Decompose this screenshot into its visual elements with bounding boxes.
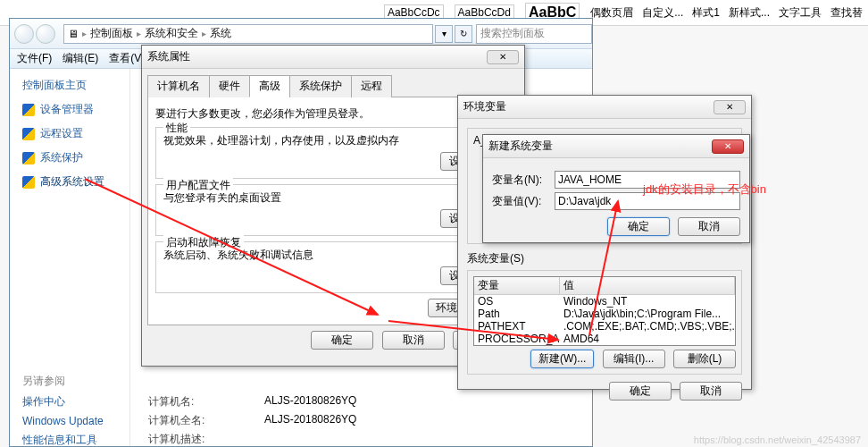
var-value-label: 变量值(V): [492, 194, 555, 209]
shield-icon [22, 104, 35, 116]
delete-var-button[interactable]: 删除(L) [673, 350, 736, 368]
chevron-right-icon: ▸ [82, 29, 87, 38]
tab-hardware[interactable]: 硬件 [209, 75, 250, 97]
refresh-icon[interactable]: ↻ [455, 25, 472, 43]
table-row[interactable]: PATHEXT.COM;.EXE;.BAT;.CMD;.VBS;.VBE;... [474, 320, 735, 333]
search-input[interactable]: 搜索控制面板 [476, 24, 592, 44]
sidebar-remote[interactable]: 远程设置 [22, 126, 129, 141]
crumb-system-security[interactable]: 系统和安全 [145, 26, 198, 41]
chevron-right-icon: ▸ [137, 29, 141, 38]
close-icon[interactable]: ✕ [712, 139, 744, 154]
dialog-title: 系统属性 [147, 49, 190, 64]
ribbon-texttool[interactable]: 文字工具 [779, 5, 822, 21]
menu-view[interactable]: 查看(V) [109, 51, 145, 66]
cancel-button[interactable]: 取消 [382, 331, 445, 350]
chevron-right-icon: ▸ [202, 29, 206, 38]
close-icon[interactable]: ✕ [714, 100, 746, 114]
col-value[interactable]: 值 [560, 277, 735, 294]
table-row[interactable]: PathD:\Java\jdk\bin;C:\Program File... [474, 308, 735, 320]
cancel-button[interactable]: 取消 [678, 217, 740, 236]
crumb-control-panel[interactable]: 控制面板 [90, 26, 133, 41]
sidebar-home[interactable]: 控制面板主页 [22, 78, 129, 93]
sys-vars-label: 系统变量(S) [467, 251, 742, 266]
perf-text: 视觉效果，处理器计划，内存使用，以及虚拟内存 [163, 133, 503, 148]
var-name-label: 变量名(N): [492, 173, 555, 188]
new-var-button[interactable]: 新建(W)... [530, 350, 594, 368]
startup-legend: 启动和故障恢复 [163, 235, 244, 250]
crumb-system[interactable]: 系统 [210, 26, 231, 41]
dialog-title: 环境变量 [463, 99, 506, 114]
computer-name-value: ALJS-20180826YQ [264, 394, 356, 409]
tab-remote[interactable]: 远程 [351, 75, 392, 97]
computer-name-label: 计算机名: [148, 394, 264, 409]
menu-file[interactable]: 文件(F) [17, 51, 52, 66]
forward-button[interactable] [36, 24, 55, 44]
table-row[interactable]: PROCESSOR_AR...AMD64 [474, 333, 735, 345]
edit-var-button[interactable]: 编辑(I)... [603, 350, 665, 368]
ribbon-style1[interactable]: 样式1 [692, 5, 720, 21]
dropdown-icon[interactable]: ▾ [435, 25, 453, 43]
dialog-titlebar[interactable]: 环境变量 ✕ [458, 96, 751, 119]
computer-icon: 🖥 [68, 28, 79, 40]
sidebar-protect[interactable]: 系统保护 [22, 150, 129, 165]
shield-icon [22, 152, 35, 164]
sidebar-advanced[interactable]: 高级系统设置 [22, 174, 129, 190]
annotation-text: jdk的安装目录，不含bin [643, 181, 766, 198]
ribbon-even[interactable]: 偶数页眉 [590, 5, 633, 21]
sys-vars-group: 变量 值 OSWindows_NTPathD:\Java\jdk\bin;C:\… [467, 270, 742, 375]
shield-icon [22, 176, 35, 189]
back-button[interactable] [14, 24, 34, 44]
tab-computer-name[interactable]: 计算机名 [147, 75, 210, 97]
search-placeholder: 搜索控制面板 [480, 26, 545, 41]
sidebar-perf-info[interactable]: 性能信息和工具 [22, 433, 129, 447]
sidebar-windows-update[interactable]: Windows Update [22, 415, 129, 427]
tab-advanced[interactable]: 高级 [249, 75, 290, 97]
sidebar-see-also: 另请参阅 [22, 374, 129, 389]
shield-icon [22, 128, 35, 140]
sidebar: 控制面板主页 设备管理器 远程设置 系统保护 高级系统设置 另请参阅 操作中心 … [10, 69, 130, 446]
watermark: https://blog.csdn.net/weixin_42543987 [694, 434, 861, 445]
close-icon[interactable]: ✕ [487, 50, 519, 64]
full-name-value: ALJS-20180826YQ [264, 413, 356, 428]
ribbon-find[interactable]: 查找替 [830, 5, 863, 21]
perf-legend: 性能 [163, 121, 190, 136]
sidebar-device-manager[interactable]: 设备管理器 [22, 102, 129, 117]
breadcrumb[interactable]: 🖥 ▸ 控制面板 ▸ 系统和安全 ▸ 系统 [63, 24, 433, 44]
full-name-label: 计算机全名: [148, 413, 264, 428]
ok-button[interactable]: 确定 [607, 217, 670, 236]
sys-vars-list[interactable]: 变量 值 OSWindows_NTPathD:\Java\jdk\bin;C:\… [473, 276, 736, 346]
tab-system-protect[interactable]: 系统保护 [289, 75, 352, 97]
desc-label: 计算机描述: [148, 432, 264, 447]
col-variable[interactable]: 变量 [474, 277, 560, 294]
ribbon-newstyle[interactable]: 新样式... [729, 5, 770, 21]
ok-button[interactable]: 确定 [609, 382, 672, 401]
dialog-titlebar[interactable]: 新建系统变量 ✕ [483, 135, 749, 158]
cancel-button[interactable]: 取消 [680, 382, 742, 401]
dialog-titlebar[interactable]: 系统属性 ✕ [142, 46, 524, 69]
dialog-title: 新建系统变量 [488, 139, 553, 154]
ok-button[interactable]: 确定 [311, 331, 373, 350]
profile-legend: 用户配置文件 [163, 178, 233, 193]
table-row[interactable]: OSWindows_NT [474, 295, 735, 308]
menu-edit[interactable]: 编辑(E) [63, 51, 98, 66]
sidebar-action-center[interactable]: 操作中心 [22, 394, 129, 409]
ribbon-custom[interactable]: 自定义... [642, 5, 683, 21]
